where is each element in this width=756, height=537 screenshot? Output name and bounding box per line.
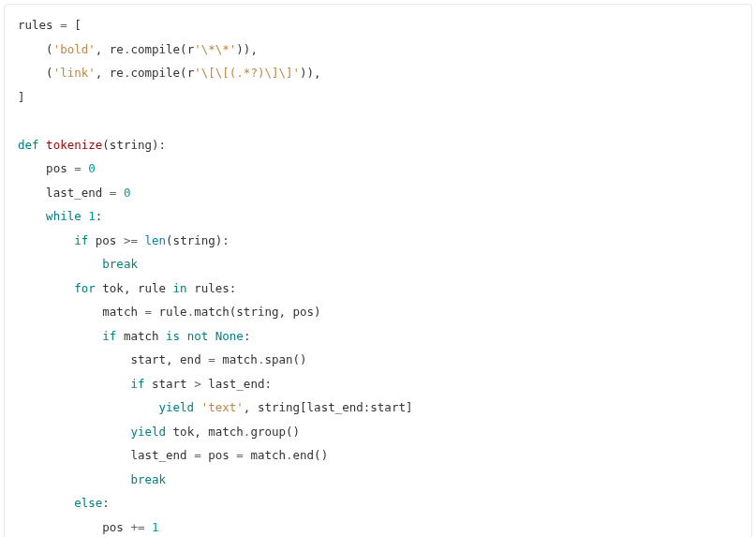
token-keyword: break <box>130 472 166 486</box>
token-text <box>18 209 46 223</box>
token-punct: : <box>102 496 110 510</box>
token-string: 'text' <box>201 400 244 414</box>
token-punct: [ <box>67 18 82 32</box>
token-text <box>116 186 124 200</box>
token-text: compile(r <box>130 42 194 56</box>
token-text <box>18 329 102 343</box>
token-keyword: for <box>74 281 96 295</box>
token-punct: ] <box>18 90 25 104</box>
token-operator: = <box>208 352 215 366</box>
token-operator: >= <box>124 233 138 247</box>
token-text <box>194 400 201 414</box>
python-source: rules = [ ('bold', re.compile(r'\*\*')),… <box>18 18 412 537</box>
token-number: 0 <box>88 161 96 175</box>
token-text: rules: <box>187 281 237 295</box>
token-punct: ( <box>18 42 53 56</box>
token-keyword: if <box>102 329 116 343</box>
token-text: match <box>116 329 166 343</box>
token-keyword: break <box>102 257 138 271</box>
token-operator: = <box>60 18 67 32</box>
token-number: 1 <box>152 520 159 534</box>
token-text <box>180 329 187 343</box>
token-text <box>18 425 130 439</box>
token-text <box>18 496 74 510</box>
token-text <box>18 400 159 414</box>
token-operator: = <box>144 305 152 319</box>
token-text <box>39 138 47 152</box>
token-text <box>138 233 145 247</box>
token-operator: = <box>74 161 82 175</box>
token-text: match(string, pos) <box>194 305 320 319</box>
token-keyword: while <box>46 209 82 223</box>
token-text: match <box>215 352 258 366</box>
token-punct: )), <box>300 66 321 80</box>
token-text: , string[last_end:start] <box>244 400 413 414</box>
token-text <box>208 329 215 343</box>
token-text: pos <box>18 161 74 175</box>
token-builtin: len <box>145 233 167 247</box>
token-number: 1 <box>88 209 96 223</box>
token-text: start, end <box>18 352 208 366</box>
token-text <box>18 472 130 486</box>
token-string: '\[\[(.*?)\]\]' <box>194 66 300 80</box>
token-string: '\*\*' <box>194 42 236 56</box>
token-text <box>144 520 152 534</box>
token-punct: (string): <box>166 233 230 247</box>
token-punct: ( <box>18 66 53 80</box>
token-text: span() <box>264 352 306 366</box>
token-keyword: if <box>130 377 144 391</box>
token-keyword: in <box>173 281 187 295</box>
token-string: 'link' <box>53 66 96 80</box>
token-text: start <box>144 377 194 391</box>
token-text: match <box>244 448 286 462</box>
token-text: pos <box>88 233 124 247</box>
code-block: rules = [ ('bold', re.compile(r'\*\*')),… <box>4 4 752 537</box>
token-text <box>18 257 102 271</box>
token-text: last_end: <box>201 377 272 391</box>
token-operator: > <box>194 377 201 391</box>
token-text: compile(r <box>130 66 194 80</box>
token-operator: += <box>130 520 144 534</box>
token-punct: (string): <box>102 138 166 152</box>
token-punct: : <box>244 329 251 343</box>
token-string: 'bold' <box>53 42 96 56</box>
token-text: last_end <box>18 186 110 200</box>
token-yield: yield <box>159 400 195 414</box>
token-keyword: else <box>74 496 102 510</box>
token-operator: = <box>194 448 201 462</box>
token-fn: tokenize <box>46 138 102 152</box>
token-text <box>18 233 74 247</box>
token-keyword: is <box>166 329 180 343</box>
token-text: last_end <box>18 448 194 462</box>
token-text: rule <box>152 305 187 319</box>
token-text: rules <box>18 18 60 32</box>
token-text <box>18 377 130 391</box>
token-operator: = <box>236 448 244 462</box>
token-keyword: if <box>74 233 88 247</box>
token-number: 0 <box>124 186 131 200</box>
token-punct: : <box>96 209 103 223</box>
token-text: group() <box>250 425 300 439</box>
token-text: end() <box>293 448 329 462</box>
token-operator: . <box>286 448 293 462</box>
token-punct: )), <box>236 42 258 56</box>
token-text: tok, match <box>166 425 244 439</box>
token-text: , re <box>96 66 124 80</box>
token-text <box>18 281 74 295</box>
token-none: None <box>215 329 244 343</box>
token-text: , re <box>96 42 124 56</box>
token-text: pos <box>201 448 237 462</box>
token-text: tok, rule <box>96 281 173 295</box>
token-keyword: not <box>187 329 209 343</box>
token-text: match <box>18 305 144 319</box>
token-keyword: def <box>18 138 39 152</box>
token-text: pos <box>18 520 130 534</box>
token-yield: yield <box>130 425 166 439</box>
